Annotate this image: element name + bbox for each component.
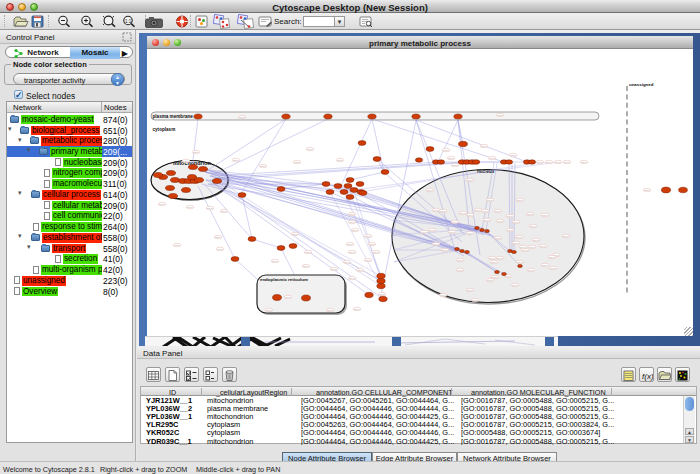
svg-text:GO:04: GO:04 — [492, 276, 499, 278]
svg-text:GO:04: GO:04 — [440, 294, 447, 296]
svg-text:GO:04: GO:04 — [187, 206, 194, 208]
svg-text:1:1: 1:1 — [125, 19, 132, 24]
svg-text:GO:04: GO:04 — [542, 214, 549, 216]
svg-text:GO:04: GO:04 — [349, 221, 356, 223]
svg-text:GO:04: GO:04 — [260, 165, 267, 167]
svg-text:GO:04: GO:04 — [487, 199, 494, 201]
svg-text:GO:04: GO:04 — [327, 309, 334, 311]
svg-text:GO:04: GO:04 — [527, 213, 534, 215]
svg-text:GO:04: GO:04 — [505, 275, 512, 277]
svg-text:GO:04: GO:04 — [303, 265, 310, 267]
svg-text:GO:04: GO:04 — [354, 308, 361, 310]
svg-text:GO:04: GO:04 — [365, 259, 372, 261]
svg-text:GO:04: GO:04 — [294, 161, 301, 163]
svg-text:GO:04: GO:04 — [491, 261, 498, 263]
svg-text:GO:04: GO:04 — [373, 251, 380, 253]
svg-text:GO:04: GO:04 — [512, 284, 519, 286]
svg-text:GO:04: GO:04 — [467, 214, 474, 216]
svg-text:GO:04: GO:04 — [467, 289, 474, 291]
svg-text:GO:04: GO:04 — [349, 277, 356, 279]
svg-text:GO:04: GO:04 — [305, 251, 312, 253]
svg-text:GO:04: GO:04 — [484, 219, 491, 221]
svg-text:GO:04: GO:04 — [193, 151, 200, 153]
svg-text:GO:04: GO:04 — [540, 245, 547, 247]
svg-text:GO:04: GO:04 — [239, 116, 246, 118]
svg-text:GO:04: GO:04 — [564, 161, 571, 163]
svg-text:GO:04: GO:04 — [472, 299, 479, 301]
svg-text:unassigned: unassigned — [629, 82, 654, 87]
svg-text:GO:04: GO:04 — [542, 264, 549, 266]
svg-text:GO:04: GO:04 — [357, 269, 364, 271]
svg-text:GO:04: GO:04 — [369, 243, 376, 245]
svg-text:GO:04: GO:04 — [489, 257, 496, 259]
svg-text:GO:04: GO:04 — [549, 256, 556, 258]
svg-text:f(x): f(x) — [642, 372, 653, 381]
svg-text:GO:04: GO:04 — [443, 149, 450, 151]
svg-text:GO:04: GO:04 — [221, 210, 228, 212]
svg-text:GO:04: GO:04 — [520, 246, 527, 248]
svg-text:GO:04: GO:04 — [467, 179, 474, 181]
svg-text:GO:04: GO:04 — [347, 243, 354, 245]
svg-text:GO:04: GO:04 — [528, 269, 535, 271]
svg-text:GO:04: GO:04 — [442, 249, 449, 251]
svg-text:GO:04: GO:04 — [497, 220, 504, 222]
svg-text:GO:04: GO:04 — [497, 257, 504, 259]
svg-text:GO:04: GO:04 — [497, 114, 504, 116]
svg-text:GO:04: GO:04 — [507, 215, 514, 217]
svg-text:GO:04: GO:04 — [379, 293, 386, 295]
svg-text:GO:04: GO:04 — [457, 259, 464, 261]
svg-text:GO:04: GO:04 — [533, 239, 540, 241]
svg-text:GO:04: GO:04 — [217, 248, 224, 250]
svg-text:GO:04: GO:04 — [495, 210, 502, 212]
svg-text:GO:04: GO:04 — [555, 161, 562, 163]
svg-text:cytoplasm: cytoplasm — [153, 127, 176, 132]
svg-text:GO:04: GO:04 — [292, 233, 299, 235]
svg-text:GO:04: GO:04 — [507, 229, 514, 231]
svg-text:GO:04: GO:04 — [510, 154, 517, 156]
svg-text:GO:04: GO:04 — [517, 261, 524, 263]
svg-text:GO:04: GO:04 — [349, 251, 356, 253]
svg-text:GO:04: GO:04 — [285, 296, 292, 298]
svg-text:GO:04: GO:04 — [581, 161, 588, 163]
svg-text:GO:04: GO:04 — [307, 148, 314, 150]
svg-text:GO:04: GO:04 — [452, 221, 459, 223]
svg-text:GO:04: GO:04 — [517, 199, 524, 201]
svg-text:GO:04: GO:04 — [481, 145, 488, 147]
svg-text:GO:04: GO:04 — [448, 157, 455, 159]
svg-text:GO:04: GO:04 — [421, 231, 428, 233]
svg-text:GO:04: GO:04 — [563, 235, 570, 237]
svg-text:GO:04: GO:04 — [644, 189, 651, 191]
svg-text:GO:04: GO:04 — [344, 261, 351, 263]
svg-text:GO:04: GO:04 — [337, 159, 344, 161]
svg-text:GO:04: GO:04 — [467, 232, 474, 234]
svg-text:GO:04: GO:04 — [433, 243, 440, 245]
svg-text:GO:04: GO:04 — [529, 246, 536, 248]
svg-text:plasma membrane: plasma membrane — [153, 114, 194, 119]
svg-text:GO:04: GO:04 — [457, 269, 464, 271]
svg-text:GO:04: GO:04 — [495, 237, 502, 239]
svg-text:GO:04: GO:04 — [482, 210, 489, 212]
svg-text:GO:04: GO:04 — [207, 207, 214, 209]
svg-text:GO:04: GO:04 — [349, 213, 356, 215]
svg-text:GO:04: GO:04 — [516, 236, 523, 238]
svg-text:GO:04: GO:04 — [352, 229, 359, 231]
svg-text:GO:04: GO:04 — [440, 210, 447, 212]
svg-text:GO:04: GO:04 — [233, 159, 240, 161]
svg-text:GO:04: GO:04 — [429, 229, 436, 231]
svg-text:GO:04: GO:04 — [550, 267, 557, 269]
svg-text:endoplasmic reticulum: endoplasmic reticulum — [260, 277, 308, 282]
svg-text:GO:04: GO:04 — [460, 212, 467, 214]
svg-text:GO:04: GO:04 — [452, 164, 459, 166]
svg-text:GO:04: GO:04 — [183, 160, 190, 162]
svg-text:GO:04: GO:04 — [266, 309, 273, 311]
svg-text:GO:04: GO:04 — [537, 161, 544, 163]
svg-text:GO:04: GO:04 — [489, 157, 496, 159]
svg-text:GO:04: GO:04 — [427, 189, 434, 191]
svg-text:GO:04: GO:04 — [215, 236, 222, 238]
svg-text:GO:04: GO:04 — [513, 242, 520, 244]
svg-text:GO:04: GO:04 — [159, 203, 166, 205]
svg-text:GO:04: GO:04 — [174, 244, 181, 246]
svg-text:GO:04: GO:04 — [365, 235, 372, 237]
svg-text:GO:04: GO:04 — [331, 268, 338, 270]
svg-text:GO:04: GO:04 — [513, 221, 520, 223]
